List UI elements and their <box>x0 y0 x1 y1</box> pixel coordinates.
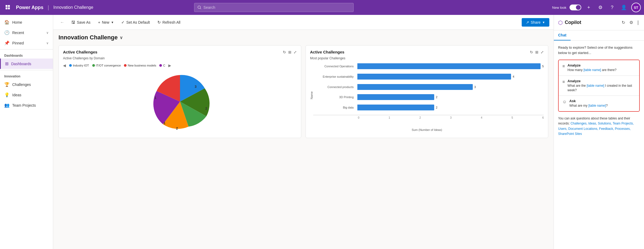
help-icon[interactable]: ? <box>608 3 616 12</box>
legend-item-1: Industry IOT <box>69 64 89 67</box>
legend-dot-2 <box>92 64 95 67</box>
copilot-table-links: Challenges, Ideas, Solutions, Team Proje… <box>558 122 634 135</box>
share-chevron-icon: ▼ <box>542 21 545 24</box>
legend-label-4: C <box>163 64 165 67</box>
charts-row: Active Challenges ↻ ⊞ ⤢ Active Challenge… <box>58 45 548 138</box>
legend-item-3: New business models <box>124 64 156 67</box>
suggestion-1-link[interactable]: [table name] <box>583 68 601 72</box>
legend-item-2: IT/OT convergence <box>92 64 121 67</box>
back-button[interactable]: ← <box>57 18 67 26</box>
search-input[interactable] <box>203 5 350 10</box>
copilot-header: ⬡ Copilot ↻ ⚙ | <box>554 15 644 30</box>
bar-chart-table-btn[interactable]: ⊞ <box>535 50 538 54</box>
copilot-tab-chat[interactable]: Chat <box>554 30 571 40</box>
bar-4 <box>357 94 434 100</box>
bar-row-2: Enterprise sustainability 4 <box>313 74 544 80</box>
challenges-icon: 🏆 <box>4 82 10 87</box>
suggestion-item-3[interactable]: ☺ Ask What are my [table name]? <box>559 96 639 111</box>
svg-rect-3 <box>8 7 10 9</box>
x-label-5: 5 <box>512 116 513 119</box>
legend-label-3: New business models <box>128 64 156 67</box>
bar-label-4: 3D Printing <box>313 96 356 99</box>
grid-menu-button[interactable] <box>3 3 13 12</box>
bar-value-2: 4 <box>513 75 514 78</box>
bar-chart-card: Active Challenges ↻ ⊞ ⤢ Most popular Cha… <box>306 45 548 138</box>
pie-chart-actions: ↻ ⊞ ⤢ <box>283 50 297 54</box>
sidebar-item-challenges[interactable]: 🏆 Challenges <box>0 79 53 90</box>
sidebar-divider-2 <box>0 70 53 70</box>
bar-value-1: 5 <box>542 65 544 68</box>
team-projects-icon: 👥 <box>4 103 10 108</box>
bar-chart-inner: Name Connected Operations 5 Enterprise s… <box>310 63 544 127</box>
bar-row-5: Big data 2 <box>313 105 544 110</box>
sidebar-ideas-label: Ideas <box>12 93 21 97</box>
legend-prev-icon[interactable]: ◀ <box>63 63 66 68</box>
dashboards-icon: ⊞ <box>5 61 9 66</box>
profile-icon[interactable]: 👤 <box>620 3 628 12</box>
x-label-2: 2 <box>419 116 421 119</box>
sidebar-item-dashboards[interactable]: ⊞ Dashboards <box>0 59 53 69</box>
svg-line-5 <box>200 8 201 9</box>
legend-next-icon[interactable]: ▶ <box>168 63 171 68</box>
suggestion-3-link[interactable]: [table name] <box>588 104 606 107</box>
refresh-all-label: Refresh All <box>162 20 181 24</box>
suggestion-2-link[interactable]: [table name] <box>587 84 604 88</box>
suggestion-3-smiley-icon: ☺ <box>562 99 567 108</box>
bar-chart-expand-btn[interactable]: ⤢ <box>541 50 544 54</box>
bar-label-3: Connected products <box>313 85 356 89</box>
bar-chart-refresh-btn[interactable]: ↻ <box>530 50 533 54</box>
svg-text:1: 1 <box>154 96 156 100</box>
sidebar-item-pinned[interactable]: 📌 Pinned ∨ <box>0 38 53 48</box>
page-title-nav: Innovation Challenge <box>53 5 93 10</box>
bar-row-4: 3D Printing 2 <box>313 94 544 100</box>
dashboard-title-chevron-icon[interactable]: ∨ <box>120 35 123 40</box>
new-button[interactable]: + New ▼ <box>95 18 117 26</box>
suggestion-item-2[interactable]: ≡ Analyze What are the [table name] I cr… <box>559 76 639 96</box>
suggestion-3-type: Ask <box>569 99 635 103</box>
share-button[interactable]: ↗ Share ▼ <box>522 18 549 27</box>
suggestion-2-text: What are the [table name] I created in t… <box>567 84 635 93</box>
set-as-default-button[interactable]: ✓ Set As Default <box>118 18 153 26</box>
svg-rect-0 <box>6 5 7 7</box>
copilot-body: Ready to explore? Select one of the sugg… <box>554 41 644 249</box>
pie-chart-table-btn[interactable]: ⊞ <box>288 50 291 54</box>
x-axis-title: Sum (Number of Ideas) <box>310 128 544 131</box>
sidebar-item-ideas[interactable]: 💡 Ideas <box>0 90 53 100</box>
bar-label-1: Connected Operations <box>313 65 356 68</box>
sidebar-item-recent[interactable]: 🕐 Recent ∨ <box>0 27 53 38</box>
sidebar-section-innovation: Innovation <box>0 71 53 79</box>
refresh-all-button[interactable]: ↻ Refresh All <box>154 18 184 26</box>
pie-chart-expand-btn[interactable]: ⤢ <box>294 50 297 54</box>
pie-chart-container: 3 2 1 1 2 <box>63 70 297 134</box>
pie-legend: ◀ Industry IOT IT/OT convergence New bus… <box>63 63 297 68</box>
svg-rect-1 <box>8 5 10 7</box>
save-as-button[interactable]: 🖫 Save As <box>68 18 94 26</box>
bar-chart-subtitle: Most popular Challenges <box>310 56 544 60</box>
sidebar-item-home[interactable]: 🏠 Home <box>0 17 53 27</box>
copilot-refresh-btn[interactable]: ↻ <box>621 19 626 26</box>
bar-value-5: 2 <box>436 106 437 109</box>
copilot-tabs: Chat <box>554 30 644 41</box>
suggestion-1-list-icon: ≡ <box>562 64 565 72</box>
settings-icon[interactable]: ⚙ <box>596 3 605 12</box>
suggestion-item-1[interactable]: ≡ Analyze How many [table name] are ther… <box>559 60 639 76</box>
copilot-settings-btn[interactable]: ⚙ <box>628 19 634 26</box>
new-chevron-icon: ▼ <box>111 21 114 24</box>
copilot-panel: ⬡ Copilot ↻ ⚙ | Chat Ready to explore? S… <box>554 15 644 249</box>
sidebar-item-team-projects[interactable]: 👥 Team Projects <box>0 100 53 110</box>
copilot-close-btn[interactable]: | <box>636 19 640 26</box>
bar-2 <box>357 74 511 80</box>
bar-1 <box>357 63 541 69</box>
sidebar-recent-label: Recent <box>12 31 24 35</box>
avatar[interactable]: ST <box>631 3 641 12</box>
app-name: Power Apps <box>16 5 43 10</box>
new-look-label: New look <box>552 6 566 10</box>
pie-chart-refresh-btn[interactable]: ↻ <box>283 50 286 54</box>
suggestion-1-type: Analyze <box>567 63 635 67</box>
new-label: New <box>102 20 109 24</box>
add-button[interactable]: + <box>584 3 593 12</box>
main-content: ← 🖫 Save As + New ▼ ✓ Set As Default ↻ R… <box>53 15 554 249</box>
search-box[interactable] <box>194 3 354 12</box>
toolbar: ← 🖫 Save As + New ▼ ✓ Set As Default ↻ R… <box>53 15 554 30</box>
new-look-toggle[interactable] <box>570 5 581 10</box>
